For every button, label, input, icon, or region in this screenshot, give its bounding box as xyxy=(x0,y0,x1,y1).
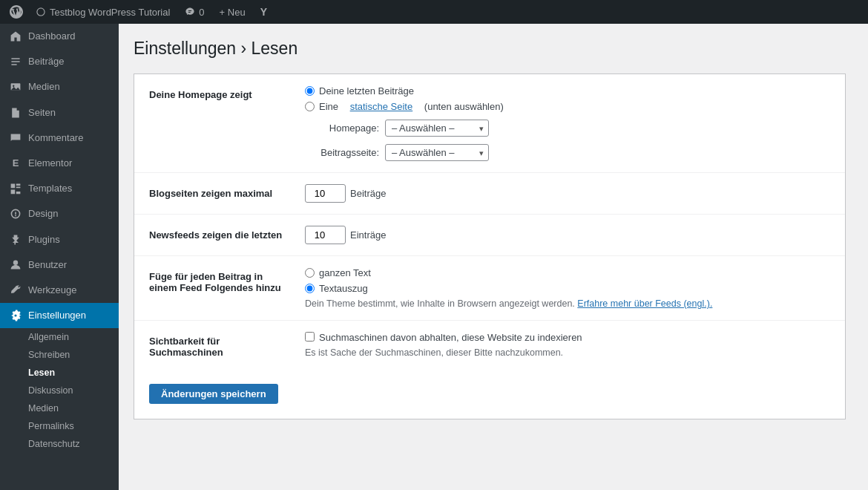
feed-radio-full-option: ganzen Text xyxy=(305,267,838,278)
wp-logo[interactable] xyxy=(6,0,27,24)
feed-row: Füge für jeden Beitrag in einem Feed Fol… xyxy=(134,256,845,321)
beitragsseite-select-label: Beitragsseite: xyxy=(305,147,379,158)
sidebar-item-beitraege[interactable]: Beiträge xyxy=(0,49,119,74)
feed-radio-excerpt-option: Textauszug xyxy=(305,283,838,294)
submit-row: Änderungen speichern xyxy=(134,373,845,419)
settings-icon xyxy=(9,309,22,322)
sidebar-label-kommentare: Kommentare xyxy=(28,131,83,145)
submenu-permalinks[interactable]: Permalinks xyxy=(0,417,119,435)
blogseiten-input[interactable]: 10 xyxy=(305,184,346,203)
sidebar-item-werkzeuge[interactable]: Werkzeuge xyxy=(0,278,119,303)
dashboard-icon xyxy=(9,30,22,43)
sidebar: Dashboard Beiträge Medien Seiten Komment… xyxy=(0,24,119,490)
feed-radio-full[interactable] xyxy=(305,268,315,278)
sidebar-item-dashboard[interactable]: Dashboard xyxy=(0,24,119,49)
static-page-link[interactable]: statische Seite xyxy=(350,101,413,112)
homepage-select-label: Homepage: xyxy=(305,122,379,134)
visibility-checkbox-label: Suchmaschinen davon abhalten, diese Webs… xyxy=(319,332,582,343)
homepage-select-row: Homepage: – Auswählen – xyxy=(305,120,838,137)
radio-latest-posts[interactable] xyxy=(305,86,315,96)
blogseiten-inline: 10 Beiträge xyxy=(305,184,386,203)
newsfeeds-inline: 10 Einträge xyxy=(305,226,386,244)
sidebar-item-templates[interactable]: Templates xyxy=(0,176,119,201)
main-content: Einstellungen › Lesen Deine Homepage zei… xyxy=(119,24,868,490)
submenu-label-datenschutz: Datenschutz xyxy=(28,439,79,449)
sidebar-item-design[interactable]: Design xyxy=(0,201,119,226)
save-button[interactable]: Änderungen speichern xyxy=(149,384,278,404)
sidebar-label-elementor: Elementor xyxy=(28,157,72,170)
homepage-select[interactable]: – Auswählen – xyxy=(385,120,489,137)
sidebar-label-medien: Medien xyxy=(28,80,60,94)
sidebar-item-benutzer[interactable]: Benutzer xyxy=(0,252,119,278)
feed-link[interactable]: Erfahre mehr über Feeds (engl.). xyxy=(577,298,712,309)
submenu-label-permalinks: Permalinks xyxy=(28,421,74,431)
sidebar-item-elementor[interactable]: E Elementor xyxy=(0,151,119,176)
adminbar-yoast-label: Y xyxy=(260,6,267,18)
media-icon xyxy=(9,80,22,94)
submenu-medien[interactable]: Medien xyxy=(0,399,119,417)
adminbar-site[interactable]: Testblog WordPress Tutorial xyxy=(30,0,176,24)
newsfeeds-unit: Einträge xyxy=(350,229,386,241)
adminbar-new-label: + Neu xyxy=(220,7,246,18)
feed-description: Dein Theme bestimmt, wie Inhalte in Brow… xyxy=(305,298,838,309)
radio-static-page[interactable] xyxy=(305,102,315,111)
tools-icon xyxy=(9,284,22,297)
sidebar-label-templates: Templates xyxy=(28,182,72,195)
sidebar-label-einstellungen: Einstellungen xyxy=(28,309,86,322)
beitragsseite-select[interactable]: – Auswählen – xyxy=(385,144,489,161)
feed-radio-excerpt-label: Textauszug xyxy=(319,283,368,294)
elementor-icon: E xyxy=(9,157,22,170)
visibility-checkbox-row: Suchmaschinen davon abhalten, diese Webs… xyxy=(305,332,838,343)
homepage-select-wrapper: – Auswählen – xyxy=(385,120,489,137)
adminbar-new[interactable]: + Neu xyxy=(214,0,251,24)
sidebar-item-medien[interactable]: Medien xyxy=(0,74,119,99)
submenu-label-allgemein: Allgemein xyxy=(28,332,69,342)
visibility-checkbox[interactable] xyxy=(305,332,315,342)
sidebar-label-plugins: Plugins xyxy=(28,233,60,246)
sidebar-item-plugins[interactable]: Plugins xyxy=(0,227,119,252)
page-title: Einstellungen › Lesen xyxy=(134,39,846,59)
radio-static-page-label: Eine xyxy=(319,101,338,112)
adminbar-comments-count: 0 xyxy=(199,7,204,18)
sidebar-label-dashboard: Dashboard xyxy=(28,30,76,43)
homepage-label: Deine Homepage zeigt xyxy=(134,74,297,173)
homepage-row: Deine Homepage zeigt Deine letzten Beitr… xyxy=(134,74,845,173)
beitragsseite-select-wrapper: – Auswählen – xyxy=(385,144,489,161)
homepage-field: Deine letzten Beiträge Eine statische Se… xyxy=(297,74,845,173)
adminbar-yoast[interactable]: Y xyxy=(254,0,273,24)
templates-icon xyxy=(9,182,22,195)
submenu-allgemein[interactable]: Allgemein xyxy=(0,328,119,346)
visibility-row: Sichtbarkeit für Suchmaschinen Suchmasch… xyxy=(134,321,845,373)
adminbar-site-name: Testblog WordPress Tutorial xyxy=(50,7,170,18)
feed-radio-full-label: ganzen Text xyxy=(319,267,371,278)
feed-radio-excerpt[interactable] xyxy=(305,284,315,293)
users-icon xyxy=(9,258,22,272)
submenu-datenschutz[interactable]: Datenschutz xyxy=(0,435,119,453)
static-page-suffix: (unten auswählen) xyxy=(424,101,504,112)
sidebar-label-beitraege: Beiträge xyxy=(28,55,64,68)
submenu-diskussion[interactable]: Diskussion xyxy=(0,382,119,399)
submenu-label-medien: Medien xyxy=(28,403,59,414)
radio-static-page-option: Eine statische Seite (unten auswählen) xyxy=(305,101,838,112)
radio-latest-posts-label: Deine letzten Beiträge xyxy=(319,85,414,97)
newsfeeds-input[interactable]: 10 xyxy=(305,226,346,244)
visibility-description: Es ist Sache der Suchmaschinen, dieser B… xyxy=(305,347,838,358)
sidebar-item-kommentare[interactable]: Kommentare xyxy=(0,125,119,151)
svg-point-1 xyxy=(13,85,14,87)
submenu-label-diskussion: Diskussion xyxy=(28,385,73,396)
feed-label: Füge für jeden Beitrag in einem Feed Fol… xyxy=(134,256,297,321)
adminbar-comments[interactable]: 0 xyxy=(179,0,210,24)
blogseiten-row: Blogseiten zeigen maximal 10 Beiträge xyxy=(134,173,845,215)
newsfeeds-label: Newsfeeds zeigen die letzten xyxy=(134,215,297,256)
comments-icon xyxy=(9,131,22,145)
design-icon xyxy=(9,207,22,220)
blogseiten-label: Blogseiten zeigen maximal xyxy=(134,173,297,215)
newsfeeds-field: 10 Einträge xyxy=(297,215,845,256)
newsfeeds-row: Newsfeeds zeigen die letzten 10 Einträge xyxy=(134,215,845,256)
submenu-schreiben[interactable]: Schreiben xyxy=(0,346,119,364)
sidebar-item-einstellungen[interactable]: Einstellungen xyxy=(0,303,119,328)
sidebar-label-benutzer: Benutzer xyxy=(28,258,67,272)
sidebar-item-seiten[interactable]: Seiten xyxy=(0,100,119,125)
submenu-lesen[interactable]: Lesen xyxy=(0,364,119,382)
blogseiten-unit: Beiträge xyxy=(350,188,386,199)
